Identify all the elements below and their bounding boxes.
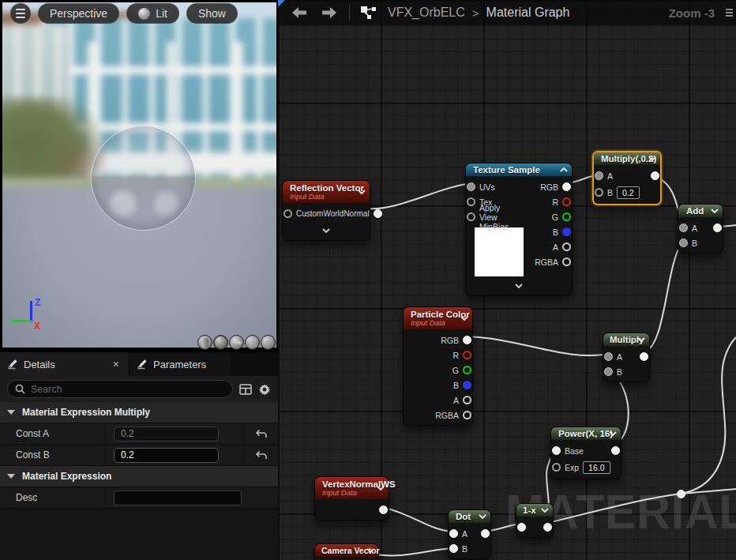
show-button[interactable]: Show <box>186 3 238 24</box>
pin-rgba-output[interactable] <box>463 411 471 419</box>
node-reflection-vector[interactable]: Reflection Vector Input Data CustomWorld… <box>282 180 370 241</box>
chevron-down-icon[interactable] <box>377 486 385 490</box>
tab-parameters-label: Parameters <box>153 359 206 370</box>
pin-output[interactable] <box>374 209 382 218</box>
pin-b-input[interactable] <box>604 367 613 376</box>
pin-rgb-output[interactable] <box>562 182 571 191</box>
chevron-down-icon[interactable] <box>479 514 486 519</box>
reroute-node[interactable] <box>677 490 685 498</box>
pin-g-output[interactable] <box>562 212 571 221</box>
node-vertex-normal-ws[interactable]: VertexNormalWS Input Data <box>314 476 389 521</box>
settings-button[interactable] <box>258 383 271 396</box>
section-material-expression-multiply[interactable]: Material Expression Multiply <box>0 402 278 423</box>
pin-output[interactable] <box>651 171 659 180</box>
chevron-down-icon[interactable] <box>460 316 468 321</box>
material-graph-canvas[interactable]: MATERIAL Reflectio <box>278 0 736 560</box>
pin-customworldnormal-input[interactable] <box>284 209 292 218</box>
breadcrumb-asset[interactable]: VFX_OrbELC <box>388 6 465 20</box>
chevron-down-icon[interactable] <box>711 209 719 213</box>
tab-details[interactable]: Details × <box>0 352 129 376</box>
expand-chevron-icon[interactable] <box>322 222 330 236</box>
node-add[interactable]: Add A B <box>678 204 723 254</box>
pin-output[interactable] <box>481 529 490 538</box>
pin-g-output[interactable] <box>463 366 471 374</box>
search-input[interactable] <box>31 384 225 395</box>
pin-output[interactable] <box>640 352 648 361</box>
pin-a-output[interactable] <box>463 396 471 404</box>
shape-cylinder-button[interactable] <box>197 335 212 350</box>
node-multiply[interactable]: Multiply A B <box>603 333 650 382</box>
pin-a-input[interactable] <box>604 352 613 361</box>
const-b-reset-button[interactable] <box>243 445 278 465</box>
pin-output[interactable] <box>543 523 552 532</box>
section-material-expression[interactable]: Material Expression <box>0 466 278 487</box>
const-a-reset-button[interactable] <box>243 423 278 444</box>
chevron-down-icon[interactable] <box>366 548 374 553</box>
tab-close-icon[interactable]: × <box>111 358 122 370</box>
chevron-down-icon[interactable] <box>358 190 366 194</box>
pin-a-input[interactable] <box>449 529 458 538</box>
viewport-menu-button[interactable] <box>10 3 31 24</box>
node-texture-sample[interactable]: Texture Sample UVs Tex Apply View MipBia… <box>465 163 573 296</box>
desc-input[interactable] <box>114 490 242 506</box>
search-box[interactable] <box>7 380 233 398</box>
exp-value-box[interactable]: 16.0 <box>583 461 610 474</box>
pin-a-input[interactable] <box>679 224 688 232</box>
pin-b-input[interactable] <box>595 188 603 197</box>
y-axis-tip: ⤫ <box>9 317 16 326</box>
pin-a-output[interactable] <box>562 242 571 251</box>
pin-tex-input[interactable] <box>467 197 475 206</box>
pin-output[interactable] <box>713 224 722 232</box>
chevron-down-icon[interactable] <box>541 508 549 513</box>
pin-output[interactable] <box>611 446 620 455</box>
pin-rgb-output[interactable] <box>463 336 471 344</box>
forward-button[interactable] <box>321 6 338 19</box>
preview-viewport[interactable]: Perspective Lit Show ⤫ Z X <box>0 0 278 351</box>
node-particle-color[interactable]: Particle Color Input Data RGB R G B A RG… <box>403 306 473 426</box>
pin-r-output[interactable] <box>562 197 571 206</box>
back-button[interactable] <box>291 6 308 19</box>
pin-input[interactable] <box>517 523 526 532</box>
pin-base-input[interactable] <box>552 446 561 455</box>
lit-mode-button[interactable]: Lit <box>126 3 179 24</box>
chevron-up-icon[interactable] <box>560 167 568 172</box>
shape-mesh-button[interactable] <box>261 335 276 350</box>
details-search-row <box>0 376 278 402</box>
graph-menu-icon[interactable] <box>726 9 733 17</box>
node-one-minus-x[interactable]: 1-x <box>516 503 554 538</box>
pin-b-output[interactable] <box>562 227 571 236</box>
shape-cube-button[interactable] <box>245 335 260 350</box>
chevron-down-icon[interactable] <box>648 156 656 161</box>
expand-chevron-icon[interactable] <box>515 277 523 291</box>
pin-r-output[interactable] <box>463 351 471 359</box>
display-filter-button[interactable] <box>239 384 252 395</box>
pin-output[interactable] <box>379 506 388 514</box>
node-camera-vector[interactable]: Camera Vector <box>314 543 379 560</box>
node-multiply-const[interactable]: Multiply(,0.2) A B 0.2 <box>592 151 662 205</box>
pin-b-output[interactable] <box>463 381 471 389</box>
pin-a-input[interactable] <box>595 171 603 180</box>
perspective-button[interactable]: Perspective <box>38 3 119 24</box>
pin-b-input[interactable] <box>679 239 688 247</box>
b-value-box[interactable]: 0.2 <box>617 186 640 199</box>
pin-mipbias-input[interactable] <box>467 212 475 221</box>
pin-rgba-output[interactable] <box>562 257 571 266</box>
shape-sphere-button[interactable] <box>213 335 228 350</box>
section-title: Material Expression Multiply <box>22 407 150 418</box>
shape-plane-button[interactable] <box>229 335 244 350</box>
chevron-down-icon[interactable] <box>637 337 645 342</box>
pin-label: G <box>452 366 459 375</box>
pin-b-input[interactable] <box>449 544 458 553</box>
lit-label: Lit <box>156 7 167 20</box>
pin-uvs-input[interactable] <box>467 182 475 191</box>
pin-exp-input[interactable] <box>552 463 561 472</box>
node-power[interactable]: Power(X, 16) Base Exp 16.0 <box>550 427 621 479</box>
tab-parameters[interactable]: Parameters <box>129 352 231 376</box>
const-a-input[interactable] <box>114 427 219 442</box>
const-b-input[interactable] <box>114 448 219 463</box>
pin-label: Apply View MipBias <box>479 203 519 231</box>
graph-hierarchy-icon[interactable] <box>359 5 378 21</box>
node-title: Add <box>686 206 708 216</box>
chevron-down-icon[interactable] <box>609 431 617 436</box>
node-dot[interactable]: Dot A B <box>448 509 491 559</box>
